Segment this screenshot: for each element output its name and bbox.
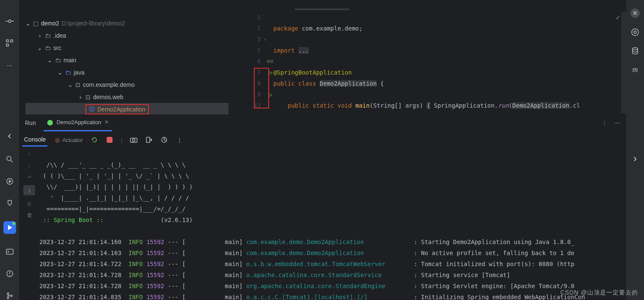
more-icon[interactable]: ⋯ bbox=[6, 61, 14, 69]
tree-subpackage[interactable]: ›⊡ demos.web bbox=[25, 91, 228, 103]
search-icon[interactable] bbox=[6, 155, 14, 164]
database-icon[interactable] bbox=[631, 47, 639, 55]
svg-point-15 bbox=[7, 293, 9, 294]
banner-line: /\\ / ___'_ __ _ _(_)_ __ __ _ \ \ \ \ bbox=[39, 161, 186, 168]
spring-boot-version: (v2.6.13) bbox=[161, 217, 193, 223]
folder-icon: 🗀 bbox=[45, 32, 51, 39]
svg-line-7 bbox=[11, 160, 13, 162]
svg-rect-23 bbox=[146, 137, 150, 142]
run-panel-icon[interactable] bbox=[3, 221, 16, 234]
folder-icon: 🗀 bbox=[45, 44, 51, 51]
package-icon: ⊡ bbox=[75, 81, 80, 88]
svg-point-6 bbox=[7, 156, 11, 161]
clear-icon[interactable]: 🗑 bbox=[27, 212, 32, 218]
svg-point-16 bbox=[7, 297, 9, 299]
spring-boot-label: :: Spring Boot :: bbox=[39, 217, 107, 223]
watermark: CSDN @山顶是一定要去的 bbox=[560, 289, 638, 297]
svg-rect-11 bbox=[6, 249, 13, 254]
line-number: 2 bbox=[235, 23, 261, 34]
svg-point-14 bbox=[9, 275, 10, 276]
class-icon: Ⓒ bbox=[89, 106, 95, 113]
tree-package[interactable]: ⌄⊡ com.example.demo bbox=[25, 78, 228, 91]
editor-scrollbar[interactable] bbox=[621, 12, 626, 114]
project-path: D:\project-library\demo2 bbox=[62, 20, 125, 27]
vcs-icon[interactable] bbox=[6, 292, 14, 300]
inspection-icon: ⊘⊘ bbox=[267, 56, 273, 67]
forward-arrow-icon[interactable]: › bbox=[633, 153, 637, 164]
console-tab[interactable]: Console bbox=[22, 133, 47, 147]
running-dot-icon: ⬤ bbox=[47, 119, 53, 125]
svg-point-17 bbox=[11, 295, 12, 297]
code-editor[interactable]: 1 2 3› 5 6⊘⊘ 7▷ 8 9▷ 12 package com.exam… bbox=[235, 12, 626, 114]
scroll-down-icon[interactable]: ↓ bbox=[28, 162, 31, 169]
left-toolbar: ⋯ ‹ bbox=[0, 0, 19, 300]
back-arrow-icon[interactable]: ‹ bbox=[8, 130, 11, 142]
problems-icon[interactable] bbox=[6, 269, 14, 278]
drag-handle[interactable] bbox=[294, 8, 350, 10]
camera-icon[interactable] bbox=[130, 136, 138, 144]
folder-icon: 🗀 bbox=[55, 57, 61, 64]
ai-icon[interactable] bbox=[631, 28, 639, 36]
folder-label: .idea bbox=[53, 32, 66, 39]
svg-rect-5 bbox=[6, 44, 8, 46]
run-gutter-icon[interactable]: ▷ bbox=[269, 67, 272, 78]
run-panel-title: Run bbox=[25, 119, 36, 126]
exit-icon[interactable] bbox=[145, 136, 153, 144]
run-tool-icon[interactable] bbox=[6, 177, 14, 186]
close-tab-icon[interactable]: ✕ bbox=[105, 119, 109, 125]
svg-rect-3 bbox=[6, 40, 8, 42]
actuator-tab[interactable]: ◎ Actuator bbox=[55, 137, 83, 143]
folder-label: main bbox=[63, 57, 76, 64]
package-label: com.example.demo bbox=[83, 81, 135, 88]
build-icon[interactable] bbox=[6, 199, 14, 208]
soft-wrap-icon[interactable]: ⤶ bbox=[27, 174, 32, 180]
svg-point-18 bbox=[634, 31, 636, 33]
scroll-to-end-icon[interactable]: ⤓ bbox=[23, 185, 35, 195]
maven-icon[interactable]: m bbox=[631, 65, 639, 74]
rerun-icon[interactable] bbox=[91, 136, 98, 144]
close-icon[interactable]: ✕ bbox=[630, 8, 640, 18]
profiler-icon[interactable] bbox=[160, 136, 168, 144]
tree-main-folder[interactable]: ⌄🗀 main bbox=[25, 54, 228, 66]
fold-icon[interactable]: › bbox=[264, 34, 267, 45]
minimize-icon[interactable]: — bbox=[615, 119, 620, 126]
scroll-up-icon[interactable]: ↑ bbox=[28, 151, 31, 157]
banner-line: \\/ ___)| |_)| | | | | || (_| | ) ) ) ) bbox=[39, 183, 193, 190]
tree-class-file[interactable]: Ⓒ Demo2Application bbox=[25, 103, 228, 115]
project-name: demo2 bbox=[41, 20, 59, 27]
right-toolbar: ✕ m › bbox=[626, 0, 644, 300]
run-toolbar: Console ◎ Actuator | ⋮ bbox=[19, 131, 626, 148]
source-folder-icon: 🗀 bbox=[65, 69, 71, 76]
banner-line: =========|_|==============|___/=/_/_/_/ bbox=[39, 206, 186, 212]
line-number: 5 bbox=[235, 45, 261, 56]
run-panel-header: Run ⬤ Demo2Application ✕ ⋮ — bbox=[19, 114, 626, 131]
tree-idea-folder[interactable]: ›🗀 .idea bbox=[25, 29, 228, 42]
editor-body[interactable]: package com.example.demo; import ... @Sp… bbox=[267, 12, 626, 114]
more-icon[interactable]: ⋮ bbox=[176, 136, 183, 144]
commit-icon[interactable] bbox=[6, 17, 14, 25]
svg-point-19 bbox=[633, 48, 638, 50]
print-icon[interactable]: ⎙ bbox=[28, 200, 31, 207]
svg-point-22 bbox=[132, 139, 135, 142]
console-output[interactable]: /\\ / ___'_ __ _ _(_)_ __ __ _ \ \ \ \ (… bbox=[39, 148, 626, 300]
console-gutter: ↑ ↓ ⤶ ⤓ ⎙ 🗑 bbox=[19, 148, 39, 300]
actuator-icon: ◎ bbox=[55, 137, 60, 143]
tree-java-folder[interactable]: ⌄🗀 java bbox=[25, 66, 228, 78]
terminal-icon[interactable] bbox=[6, 247, 14, 256]
banner-line: ( ( )\___ | '_ | '_| | '_ \/ _` | \ \ \ … bbox=[39, 172, 189, 179]
structure-icon[interactable] bbox=[6, 39, 14, 47]
line-number: 3› bbox=[235, 34, 261, 45]
banner-line: ' |____| .__|_| |_|_| |_\__, | / / / / bbox=[39, 194, 189, 201]
folder-icon: ▢ bbox=[33, 20, 39, 27]
inspection-ok-icon[interactable]: ✓ bbox=[616, 14, 620, 21]
class-label: Demo2Application bbox=[97, 106, 146, 113]
run-tab-label: Demo2Application bbox=[57, 119, 102, 125]
stop-icon[interactable] bbox=[106, 136, 113, 144]
svg-rect-4 bbox=[11, 40, 13, 42]
tree-project-root[interactable]: ⌄ ▢ demo2 D:\project-library\demo2 bbox=[25, 17, 228, 29]
run-config-tab[interactable]: ⬤ Demo2Application ✕ bbox=[44, 114, 113, 131]
run-gutter-icon[interactable]: ▷ bbox=[269, 89, 272, 100]
more-icon[interactable]: ⋮ bbox=[602, 119, 607, 126]
package-label: demos.web bbox=[93, 94, 124, 100]
tree-src-folder[interactable]: ⌄🗀 src bbox=[25, 42, 228, 54]
